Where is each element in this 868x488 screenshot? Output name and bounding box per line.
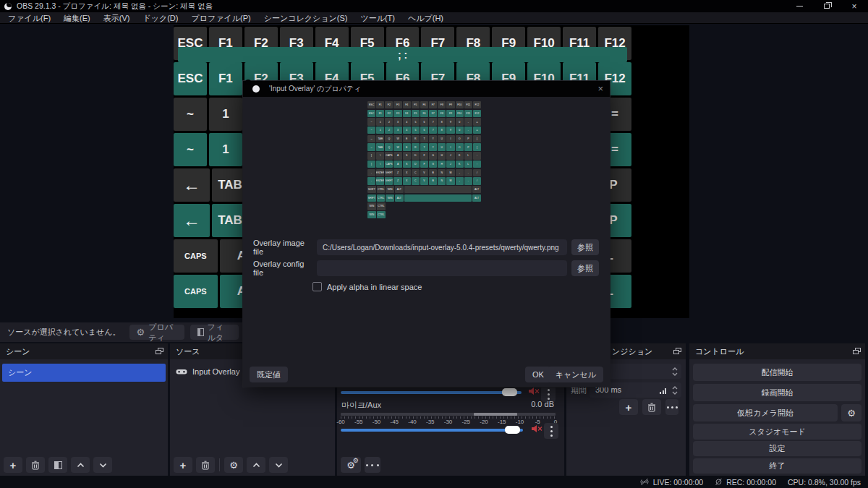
- mini-key: .: [464, 169, 472, 176]
- mini-key: F3: [393, 101, 401, 108]
- menu-item-0[interactable]: ファイル(F): [1, 12, 57, 24]
- move-source-down-button[interactable]: [269, 457, 288, 473]
- mini-key: [: [473, 135, 481, 142]
- mini-key: SHIFT: [367, 186, 376, 193]
- control-button-4[interactable]: 設定: [693, 441, 861, 456]
- linear-alpha-checkbox[interactable]: [312, 282, 322, 291]
- scene-item-label: シーン: [8, 367, 33, 378]
- gamepad-icon: [176, 368, 187, 375]
- volume-slider[interactable]: [341, 429, 523, 432]
- control-button-0[interactable]: 配信開始: [693, 364, 861, 381]
- mini-key: F2: [385, 101, 393, 108]
- menu-item-5[interactable]: シーンコレクション(S): [258, 12, 354, 24]
- popout-icon[interactable]: [853, 348, 861, 354]
- volume-slider[interactable]: [341, 391, 522, 394]
- menu-item-4[interactable]: プロファイル(P): [184, 12, 257, 24]
- mute-icon[interactable]: [528, 387, 540, 395]
- mini-key: \: [376, 160, 384, 168]
- control-button-1[interactable]: 録画開始: [693, 384, 861, 401]
- toolbar-separator: [219, 458, 220, 471]
- remove-transition-button[interactable]: [642, 399, 661, 415]
- menu-item-6[interactable]: ツール(T): [354, 12, 401, 24]
- mini-key: 4: [403, 127, 411, 134]
- mini-key: A: [393, 160, 401, 168]
- add-transition-button[interactable]: +: [619, 399, 638, 415]
- overlay-image-input[interactable]: C:/Users/Logan/Downloads/input-overlay-5…: [317, 239, 567, 255]
- mini-key: A: [393, 152, 401, 159]
- close-icon: ×: [851, 2, 856, 11]
- menu-item-3[interactable]: ドック(D): [136, 12, 184, 24]
- ok-button[interactable]: OK: [525, 367, 551, 382]
- cancel-button[interactable]: キャンセル: [548, 367, 603, 382]
- mini-key: =: [473, 118, 481, 125]
- source-properties-button[interactable]: ⚙: [224, 457, 243, 473]
- virtual-camera-config-button[interactable]: ⚙: [841, 404, 861, 421]
- advanced-audio-button[interactable]: ⚙⚙: [341, 457, 361, 473]
- overlay-config-input[interactable]: [317, 260, 567, 276]
- scene-filters-button[interactable]: [48, 457, 67, 473]
- mute-icon[interactable]: [531, 424, 542, 433]
- mini-key: WIN: [386, 186, 394, 193]
- slider-handle[interactable]: [502, 388, 517, 396]
- control-button-3[interactable]: スタジオモード: [693, 424, 861, 440]
- menu-item-1[interactable]: 編集(E): [57, 12, 97, 24]
- controls-dock-title: コントロール: [695, 346, 744, 357]
- key: CAPS: [174, 275, 218, 308]
- mini-key: 1: [376, 127, 384, 134]
- remove-source-button[interactable]: [196, 457, 215, 473]
- mixer-options-button[interactable]: [544, 423, 558, 439]
- scene-list-item[interactable]: シーン: [2, 364, 166, 382]
- menu-item-2[interactable]: 表示(V): [97, 12, 137, 24]
- mini-key: F12: [473, 110, 481, 117]
- minimize-button[interactable]: [786, 0, 813, 12]
- browse-image-button[interactable]: 参照: [571, 239, 599, 255]
- mini-key: T: [420, 143, 428, 150]
- mini-key: H: [438, 160, 446, 168]
- move-scene-up-button[interactable]: [71, 457, 90, 473]
- transition-options-button[interactable]: [665, 399, 678, 415]
- mini-key: ~: [367, 118, 375, 125]
- menu-item-7[interactable]: ヘルプ(H): [401, 12, 450, 24]
- mini-key: ENTER: [376, 177, 384, 184]
- mini-key: O: [456, 135, 464, 142]
- mixer-menu-button[interactable]: [365, 457, 380, 473]
- rec-time: REC: 00:00:00: [726, 478, 776, 487]
- popout-icon[interactable]: [156, 348, 163, 354]
- control-button-5[interactable]: 終了: [693, 458, 861, 474]
- mini-key: F11: [464, 101, 472, 108]
- mini-key: B: [429, 177, 437, 184]
- add-scene-button[interactable]: +: [4, 457, 22, 473]
- mixer-toolbar: ⚙⚙: [341, 457, 380, 473]
- status-bar: LIVE: 00:00:00 REC: 00:00:00 CPU: 0.8%, …: [0, 476, 868, 488]
- popout-icon[interactable]: [673, 348, 681, 354]
- mini-key: 7: [429, 127, 437, 134]
- dialog-close-icon[interactable]: ×: [597, 83, 603, 94]
- restore-button[interactable]: [813, 0, 841, 12]
- move-scene-down-button[interactable]: [93, 457, 112, 473]
- mini-keyboard-row: SHIFTCTRLWINALTALT: [367, 194, 481, 202]
- move-source-up-button[interactable]: [247, 457, 265, 473]
- add-source-button[interactable]: +: [174, 457, 192, 473]
- duration-label: 期間: [571, 385, 587, 396]
- filters-button[interactable]: フィルタ: [190, 325, 239, 340]
- key: ←: [174, 204, 210, 237]
- mini-key: F9: [446, 101, 454, 108]
- overlay-image-label: Overlay image file: [253, 239, 312, 256]
- mini-key: -: [464, 127, 472, 134]
- dialog-title-bar[interactable]: 'Input Overlay' のプロパティ ×: [243, 81, 610, 97]
- mini-key: CAPS: [385, 160, 393, 168]
- spinner-arrows-icon[interactable]: [671, 385, 678, 396]
- properties-button[interactable]: ⚙ プロパティ: [129, 325, 184, 340]
- properties-dialog: 'Input Overlay' のプロパティ × ESCF1F2F3F4F5F6…: [243, 81, 610, 387]
- gear-icon: ⚙: [847, 408, 856, 418]
- mini-key: W: [393, 143, 401, 150]
- close-button[interactable]: ×: [841, 0, 868, 12]
- slider-handle[interactable]: [505, 426, 520, 434]
- defaults-button[interactable]: 既定値: [250, 367, 288, 382]
- chevron-down-icon: [99, 463, 107, 468]
- remove-scene-button[interactable]: [26, 457, 45, 473]
- control-button-2[interactable]: 仮想カメラ開始: [693, 404, 838, 421]
- browse-config-button[interactable]: 参照: [571, 260, 599, 276]
- mini-key: S: [403, 160, 411, 168]
- mini-key: CTRL: [377, 211, 386, 218]
